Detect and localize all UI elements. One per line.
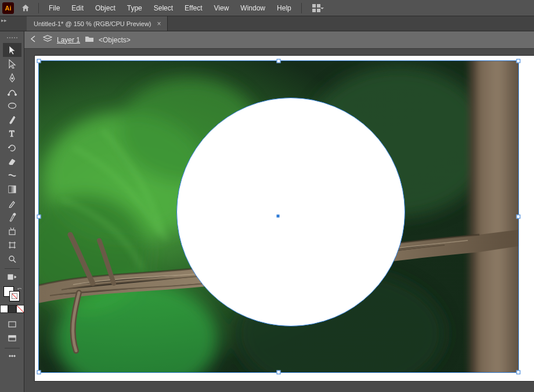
ellipse-shape[interactable] (176, 98, 405, 326)
svg-point-4 (11, 78, 13, 80)
selection-tool[interactable] (3, 43, 21, 57)
workspace-switcher[interactable] (311, 2, 326, 14)
top-menubar: Ai File Edit Object Type Select Effect V… (0, 0, 534, 16)
svg-point-10 (13, 213, 16, 215)
blob-brush-tool[interactable] (3, 210, 21, 224)
layer-name-link[interactable]: Layer 1 (57, 36, 80, 44)
svg-point-13 (9, 256, 14, 261)
svg-point-5 (8, 94, 9, 96)
svg-rect-14 (8, 274, 13, 280)
toolbox-separator (5, 268, 20, 269)
menu-divider (38, 3, 39, 13)
svg-rect-15 (9, 322, 16, 327)
draw-mode-row (0, 305, 24, 313)
change-screen-button[interactable] (3, 332, 21, 346)
folder-icon (85, 35, 94, 44)
home-icon[interactable] (17, 0, 34, 16)
document-tabbar: Untitled-1* @ 150 % (RGB/CPU Preview) × (0, 16, 534, 31)
menu-view[interactable]: View (209, 2, 234, 15)
artboard[interactable] (35, 56, 534, 381)
svg-point-18 (9, 355, 10, 357)
menu-type[interactable]: Type (122, 2, 147, 15)
svg-rect-30 (469, 60, 477, 373)
menu-effect[interactable]: Effect (179, 2, 207, 15)
color-mode-solid[interactable] (0, 305, 8, 313)
scissors-tool[interactable] (3, 224, 21, 238)
rotate-tool[interactable] (3, 141, 21, 154)
paintbrush-tool[interactable] (3, 113, 21, 127)
type-tool[interactable]: T (3, 127, 21, 141)
screen-mode-button[interactable] (3, 318, 21, 332)
artboard-tool[interactable] (3, 238, 21, 252)
menu-select[interactable]: Select (149, 2, 178, 15)
edit-toolbar-button[interactable] (3, 271, 21, 283)
fill-stroke-swatches[interactable]: ⤺ (3, 286, 21, 301)
direct-selection-tool[interactable] (3, 57, 21, 71)
svg-rect-12 (10, 243, 15, 247)
toolbox-separator (5, 348, 20, 348)
document-tab-title: Untitled-1* @ 150 % (RGB/CPU Preview) (34, 20, 151, 27)
pen-tool[interactable] (3, 71, 21, 85)
selection-center-point[interactable] (277, 215, 280, 218)
close-icon[interactable]: × (157, 20, 161, 28)
toolbox: T ⤺ (0, 31, 24, 392)
svg-point-20 (13, 355, 15, 357)
ellipse-tool[interactable] (3, 99, 21, 113)
svg-rect-17 (9, 336, 16, 337)
panel-expand-icon[interactable]: ▸▸ (1, 17, 8, 22)
width-tool[interactable] (3, 168, 21, 182)
svg-point-7 (8, 103, 16, 109)
menu-file[interactable]: File (44, 2, 65, 15)
stroke-swatch[interactable] (9, 291, 20, 301)
back-icon[interactable] (30, 35, 38, 44)
eyedropper-tool[interactable] (3, 196, 21, 210)
svg-rect-1 (317, 4, 320, 8)
menu-help[interactable]: Help (272, 2, 297, 15)
canvas-area[interactable] (24, 49, 534, 392)
panel-grip-icon[interactable] (3, 37, 21, 41)
zoom-tool[interactable] (3, 252, 21, 266)
svg-point-6 (15, 94, 16, 96)
toolbox-more-button[interactable] (3, 351, 21, 361)
svg-point-19 (11, 355, 12, 357)
menu-window[interactable]: Window (235, 2, 270, 15)
svg-rect-0 (312, 4, 316, 8)
menu-object[interactable]: Object (90, 2, 121, 15)
color-mode-none[interactable] (16, 305, 24, 313)
menu-edit[interactable]: Edit (66, 2, 89, 15)
gradient-tool[interactable] (3, 182, 21, 196)
svg-text:T: T (9, 130, 15, 138)
color-mode-gradient[interactable] (8, 305, 16, 313)
curvature-tool[interactable] (3, 85, 21, 99)
objects-label: <Objects> (99, 36, 131, 44)
layer-breadcrumb-bar: Layer 1 <Objects> (24, 31, 534, 49)
svg-rect-9 (9, 186, 16, 193)
menu-divider (301, 3, 302, 13)
svg-rect-3 (317, 9, 320, 12)
layers-icon[interactable] (43, 35, 52, 45)
swap-fill-stroke-icon[interactable]: ⤺ (17, 286, 22, 292)
svg-rect-2 (312, 9, 316, 12)
svg-rect-11 (9, 230, 15, 235)
app-icon: Ai (2, 2, 14, 14)
document-tab[interactable]: Untitled-1* @ 150 % (RGB/CPU Preview) × (27, 16, 168, 31)
eraser-tool[interactable] (3, 154, 21, 168)
